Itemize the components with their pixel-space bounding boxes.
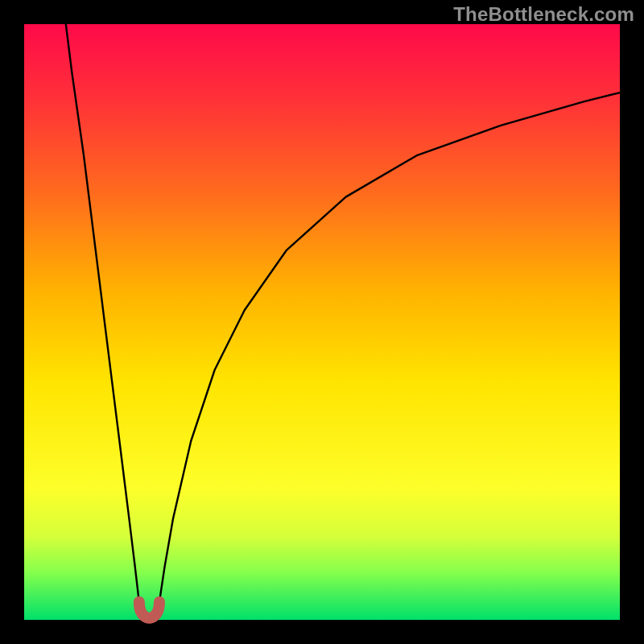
outer-frame: TheBottleneck.com: [0, 0, 644, 644]
bottleneck-chart: [0, 0, 644, 644]
plot-area: [24, 24, 620, 620]
watermark-text: TheBottleneck.com: [453, 3, 634, 26]
